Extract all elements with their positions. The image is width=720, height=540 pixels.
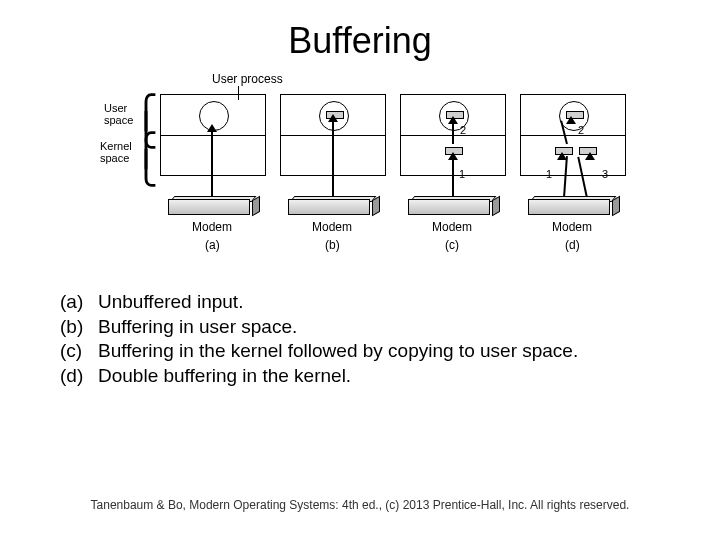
brace-kernel-bot: ⎩ (134, 152, 158, 184)
panel-c-arrow1-head (448, 152, 458, 160)
caption-row-a: (a) Unbuffered input. (60, 290, 680, 315)
kernel-space-label: Kernel space (100, 140, 132, 164)
page-title: Buffering (0, 0, 720, 70)
panel-d-divider (521, 135, 625, 136)
panel-d-modem (528, 196, 614, 216)
panel-a-arrow-head (207, 124, 217, 132)
caption-row-b: (b) Buffering in user space. (60, 315, 680, 340)
panel-c-modem (408, 196, 494, 216)
panel-d-num3: 3 (602, 168, 608, 180)
user-space-label: User space (104, 102, 133, 126)
caption-list: (a) Unbuffered input. (b) Buffering in u… (60, 290, 680, 389)
caption-text-d: Double buffering in the kernel. (98, 364, 351, 389)
panel-a-arrow-shaft (211, 128, 213, 198)
panel-d-arrow3-head (585, 152, 595, 160)
footer-attribution: Tanenbaum & Bo, Modern Operating Systems… (0, 498, 720, 512)
panel-d (520, 94, 626, 176)
panel-c-modem-label: Modem (432, 220, 472, 234)
caption-key-b: (b) (60, 315, 98, 340)
panel-b-arrow-head (328, 114, 338, 122)
buffering-diagram: User process User space ⎧ ⎩ Kernel space… (80, 70, 640, 270)
panel-a-modem (168, 196, 254, 216)
panel-a-modem-label: Modem (192, 220, 232, 234)
panel-a (160, 94, 266, 176)
user-process-label: User process (212, 72, 283, 86)
caption-text-a: Unbuffered input. (98, 290, 243, 315)
caption-row-d: (d) Double buffering in the kernel. (60, 364, 680, 389)
caption-text-b: Buffering in user space. (98, 315, 297, 340)
panel-b-letter: (b) (325, 238, 340, 252)
panel-d-arrow2-head (566, 116, 576, 124)
panel-b-modem-label: Modem (312, 220, 352, 234)
caption-row-c: (c) Buffering in the kernel followed by … (60, 339, 680, 364)
caption-key-c: (c) (60, 339, 98, 364)
panel-d-letter: (d) (565, 238, 580, 252)
caption-key-a: (a) (60, 290, 98, 315)
panel-d-arrow1-head (557, 152, 567, 160)
panel-b-arrow-shaft (332, 118, 334, 198)
panel-c-letter: (c) (445, 238, 459, 252)
panel-b-modem (288, 196, 374, 216)
panel-c-arrow1-shaft (452, 156, 454, 198)
panel-a-divider (161, 135, 265, 136)
panel-a-letter: (a) (205, 238, 220, 252)
panel-d-num2: 2 (578, 124, 584, 136)
caption-text-c: Buffering in the kernel followed by copy… (98, 339, 578, 364)
user-process-pointer (238, 86, 239, 100)
panel-c-num1: 1 (459, 168, 465, 180)
panel-c-num2: 2 (460, 124, 466, 136)
panel-d-num1: 1 (546, 168, 552, 180)
panel-d-modem-label: Modem (552, 220, 592, 234)
panel-c-arrow2-head (448, 116, 458, 124)
caption-key-d: (d) (60, 364, 98, 389)
